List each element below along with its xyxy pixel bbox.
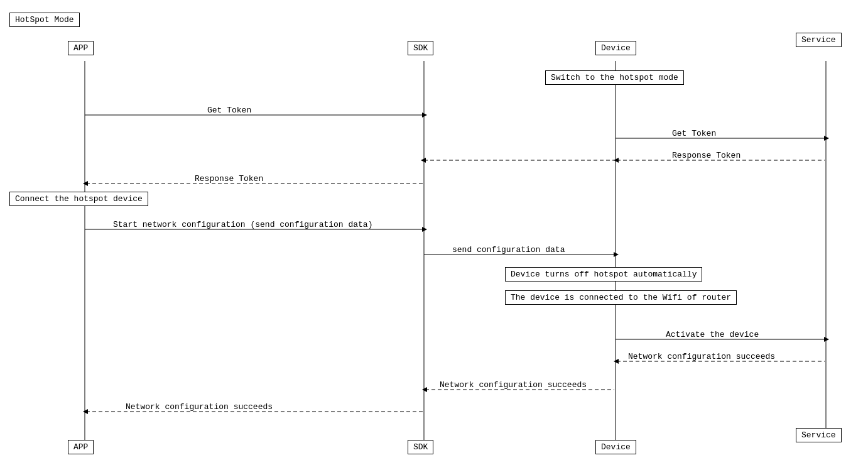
note-connect-hotspot: Connect the hotspot device xyxy=(9,192,148,206)
label-response-token-sdk-app: Response Token xyxy=(195,174,263,183)
note-switch-hotspot: Switch to the hotspot mode xyxy=(545,70,684,85)
label-net-config-success-2: Network configuration succeeds xyxy=(440,380,587,390)
svg-marker-5 xyxy=(422,112,427,118)
label-response-token-service-device: Response Token xyxy=(672,151,741,160)
svg-marker-25 xyxy=(83,409,88,414)
label-net-config-success-1: Network configuration succeeds xyxy=(628,352,775,361)
note-switch-hotspot-label: Switch to the hotspot mode xyxy=(551,73,678,82)
actor-device-top: Device xyxy=(595,41,636,55)
label-activate-device: Activate the device xyxy=(666,330,759,339)
actor-device-bottom-label: Device xyxy=(601,442,631,452)
label-net-config-success-3: Network configuration succeeds xyxy=(126,402,273,412)
note-device-turns-off-label: Device turns off hotspot automatically xyxy=(511,270,697,279)
actor-device-top-label: Device xyxy=(601,43,631,53)
diagram-svg xyxy=(0,0,868,465)
actor-app-bottom: APP xyxy=(68,440,94,454)
actor-service-top-label: Service xyxy=(801,35,836,45)
actor-service-bottom: Service xyxy=(796,428,842,442)
label-send-config-data: send configuration data xyxy=(452,245,565,254)
svg-marker-15 xyxy=(422,227,427,232)
label-get-token-app-sdk: Get Token xyxy=(207,106,251,115)
actor-service-bottom-label: Service xyxy=(801,430,836,440)
label-start-network-config: Start network configuration (send config… xyxy=(113,220,372,229)
title-label: HotSpot Mode xyxy=(15,15,74,25)
actor-device-bottom: Device xyxy=(595,440,636,454)
note-device-connected-wifi-label: The device is connected to the Wifi of r… xyxy=(511,293,731,302)
note-device-turns-off: Device turns off hotspot automatically xyxy=(505,267,702,282)
actor-sdk-top-label: SDK xyxy=(413,43,428,53)
actor-app-top: APP xyxy=(68,41,94,55)
sequence-diagram: HotSpot Mode APP SDK Device Service APP … xyxy=(0,0,868,465)
svg-marker-11 xyxy=(614,158,619,163)
svg-marker-7 xyxy=(824,136,829,141)
title-box: HotSpot Mode xyxy=(9,13,80,27)
actor-service-top: Service xyxy=(796,33,842,47)
svg-marker-23 xyxy=(422,387,427,392)
svg-marker-19 xyxy=(824,337,829,342)
svg-marker-9 xyxy=(421,158,426,163)
svg-marker-13 xyxy=(83,181,88,186)
actor-sdk-bottom-label: SDK xyxy=(413,442,428,452)
actor-sdk-top: SDK xyxy=(408,41,433,55)
svg-marker-17 xyxy=(614,252,619,257)
svg-marker-21 xyxy=(614,359,619,364)
actor-sdk-bottom: SDK xyxy=(408,440,433,454)
actor-app-bottom-label: APP xyxy=(73,442,88,452)
actor-app-top-label: APP xyxy=(73,43,88,53)
note-connect-hotspot-label: Connect the hotspot device xyxy=(15,194,143,204)
note-device-connected-wifi: The device is connected to the Wifi of r… xyxy=(505,290,737,305)
label-get-token-device-service: Get Token xyxy=(672,129,716,138)
